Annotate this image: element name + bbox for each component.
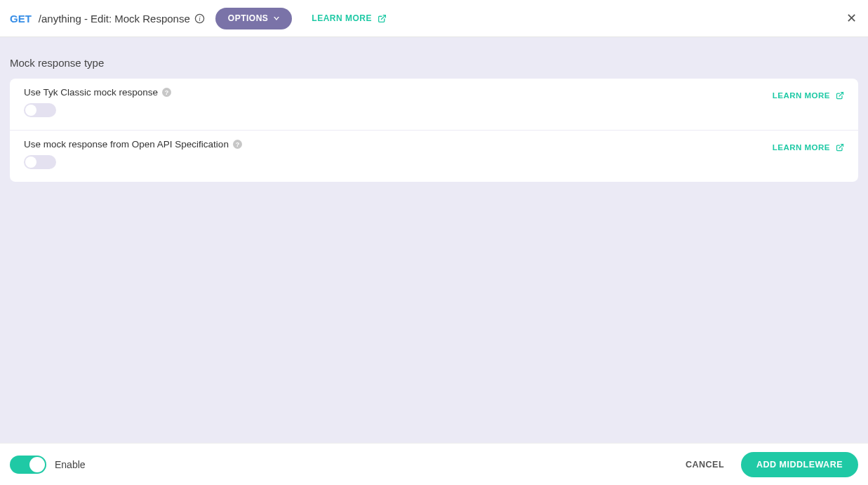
info-icon[interactable]: i <box>194 13 206 24</box>
learn-more-label: LEARN MORE <box>773 143 830 152</box>
svg-line-4 <box>839 145 843 149</box>
page-header: GET /anything - Edit: Mock Response i OP… <box>0 0 868 37</box>
toggle-oas[interactable] <box>24 155 56 169</box>
options-button-label: OPTIONS <box>228 13 269 23</box>
chevron-down-icon <box>274 17 279 20</box>
svg-line-2 <box>381 15 385 19</box>
external-link-icon <box>378 14 387 23</box>
learn-more-link-row[interactable]: LEARN MORE <box>773 91 844 100</box>
enable-label: Enable <box>55 459 86 470</box>
svg-text:i: i <box>199 15 201 22</box>
external-link-icon <box>836 91 844 100</box>
mock-response-type-card: Use Tyk Classic mock response ? LEARN MO… <box>10 79 858 182</box>
add-middleware-button[interactable]: ADD MIDDLEWARE <box>741 452 858 477</box>
help-icon[interactable]: ? <box>233 140 242 149</box>
option-row-oas: Use mock response from Open API Specific… <box>10 130 858 182</box>
external-link-icon <box>836 143 844 152</box>
svg-line-3 <box>839 93 843 97</box>
learn-more-label: LEARN MORE <box>312 13 372 23</box>
learn-more-link-header[interactable]: LEARN MORE <box>312 13 387 23</box>
help-icon[interactable]: ? <box>162 88 171 97</box>
footer-bar: Enable CANCEL ADD MIDDLEWARE <box>0 443 868 485</box>
cancel-button[interactable]: CANCEL <box>686 460 724 470</box>
option-label: Use Tyk Classic mock response <box>24 87 158 98</box>
learn-more-link-row[interactable]: LEARN MORE <box>773 143 844 152</box>
learn-more-label: LEARN MORE <box>773 91 830 100</box>
close-icon: ✕ <box>846 11 857 25</box>
content-area: Mock response type Use Tyk Classic mock … <box>0 37 868 443</box>
toggle-tyk-classic[interactable] <box>24 103 56 117</box>
enable-toggle[interactable] <box>10 456 46 474</box>
close-button[interactable]: ✕ <box>846 11 857 26</box>
option-row-tyk-classic: Use Tyk Classic mock response ? LEARN MO… <box>10 79 858 130</box>
options-button[interactable]: OPTIONS <box>215 8 293 29</box>
page-title: /anything - Edit: Mock Response <box>39 13 190 25</box>
option-label: Use mock response from Open API Specific… <box>24 139 229 150</box>
http-method-label: GET <box>10 13 32 25</box>
section-title: Mock response type <box>10 57 858 69</box>
